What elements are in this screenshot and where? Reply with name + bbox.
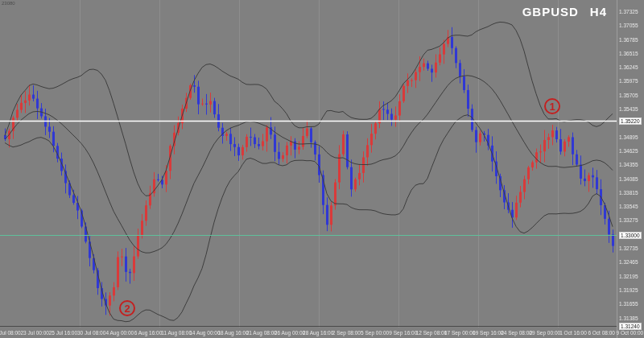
time-axis-label: 14 Aug 00:00 bbox=[189, 330, 220, 336]
chart-title: GBPUSDH4 bbox=[522, 5, 607, 19]
time-axis-label: 5 Sep 00:00 bbox=[361, 330, 389, 336]
time-axis-label: 29 Sep 00:00 bbox=[529, 330, 560, 336]
price-axis-label: 1.34625 bbox=[619, 148, 638, 155]
time-axis-label: 9 Sep 16:00 bbox=[389, 330, 417, 336]
annotation-circle-1[interactable]: 1 bbox=[544, 98, 560, 114]
time-axis-label: 18 Aug 16:00 bbox=[217, 330, 248, 336]
time-axis-label: 11 Aug 08:00 bbox=[161, 330, 192, 336]
price-axis-label: 1.31655 bbox=[619, 301, 638, 307]
price-axis-label: 1.37325 bbox=[619, 9, 638, 15]
price-axis-label: 1.33815 bbox=[619, 190, 638, 196]
price-axis-label: 1.33545 bbox=[619, 204, 638, 210]
time-axis-label: 12 Sep 08:00 bbox=[416, 330, 448, 336]
time-axis-label: 28 Aug 16:00 bbox=[303, 330, 333, 336]
time-axis-label: 24 Sep 08:00 bbox=[501, 330, 532, 336]
price-axis-label: 1.32195 bbox=[619, 274, 638, 280]
price-axis-label: 1.36245 bbox=[619, 64, 638, 71]
price-label-box-teal-line: 1.33000 bbox=[619, 232, 642, 239]
time-axis-label: 23 Jul 00:00 bbox=[20, 330, 48, 336]
time-axis-label: 17 Sep 00:00 bbox=[444, 330, 476, 336]
symbol-label: GBPUSD bbox=[522, 5, 579, 19]
time-axis-label: 21 Aug 08:00 bbox=[246, 330, 277, 336]
price-axis-label: 1.36785 bbox=[619, 37, 638, 43]
timeframe-label: H4 bbox=[590, 5, 607, 19]
time-axis-label: 4 Aug 00:00 bbox=[105, 330, 134, 336]
price-axis-label: 1.33275 bbox=[619, 217, 638, 224]
time-axis-label: 18 Jul 08:00 bbox=[0, 330, 21, 336]
time-axis-label: 30 Jul 08:00 bbox=[77, 330, 105, 336]
price-axis-label: 1.37055 bbox=[619, 23, 638, 29]
price-axis-label: 1.32465 bbox=[619, 259, 638, 266]
time-axis-label: 26 Aug 00:00 bbox=[275, 330, 305, 336]
time-axis-label: 6 Oct 08:00 bbox=[588, 330, 615, 336]
time-axis-label: 25 Jul 16:00 bbox=[49, 330, 77, 336]
chart-window: 23080 GBPUSDH4 1.373251.370551.367851.36… bbox=[0, 0, 644, 338]
annotation-circle-2[interactable]: 2 bbox=[119, 300, 135, 316]
price-axis-label: 1.34355 bbox=[619, 162, 638, 168]
price-axis-label: 1.34085 bbox=[619, 176, 638, 183]
price-axis-label: 1.34895 bbox=[619, 134, 638, 141]
price-axis-label: 1.31925 bbox=[619, 287, 638, 294]
time-axis[interactable]: 18 Jul 08:0023 Jul 00:0025 Jul 16:0030 J… bbox=[0, 328, 644, 338]
price-axis-label: 1.32735 bbox=[619, 245, 638, 252]
time-axis-label: 9 Oct 00:00 bbox=[617, 330, 644, 336]
time-axis-label: 6 Aug 16:00 bbox=[134, 330, 163, 336]
price-chart-canvas[interactable] bbox=[0, 0, 644, 338]
price-axis-label: 1.35705 bbox=[619, 93, 638, 99]
time-axis-label: 19 Sep 16:00 bbox=[473, 330, 504, 336]
watermark: 23080 bbox=[2, 1, 15, 6]
price-axis-label: 1.35975 bbox=[619, 78, 638, 84]
price-axis-label: 1.31385 bbox=[619, 315, 638, 322]
time-axis-label: 1 Oct 16:00 bbox=[559, 330, 587, 336]
price-label-box-white-line: 1.35220 bbox=[619, 117, 642, 125]
price-axis[interactable]: 1.373251.370551.367851.365151.362451.359… bbox=[617, 0, 644, 338]
price-axis-label: 1.35435 bbox=[619, 106, 638, 113]
price-axis-label: 1.36515 bbox=[619, 51, 638, 57]
time-axis-label: 2 Sep 08:00 bbox=[332, 330, 361, 336]
